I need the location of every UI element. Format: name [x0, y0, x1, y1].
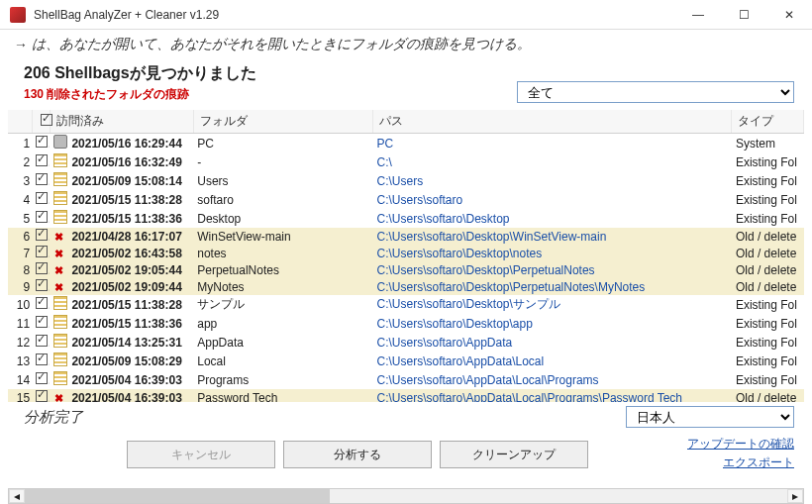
checkbox-icon[interactable] [36, 246, 48, 257]
row-type: System [732, 134, 804, 153]
checkbox-icon[interactable] [36, 335, 48, 347]
table-row[interactable]: 52021/05/15 11:38:36DesktopC:\Users\soft… [8, 209, 804, 228]
row-folder: Programs [193, 370, 372, 389]
check-all-icon[interactable] [41, 114, 52, 126]
row-path: C:\Users\softaro\Desktop\notes [372, 245, 731, 261]
checkbox-icon[interactable] [36, 316, 48, 328]
checkbox-icon[interactable] [36, 192, 48, 204]
row-index: 7 [8, 245, 32, 261]
row-checkbox[interactable] [32, 209, 50, 228]
row-type: Existing Fol [732, 190, 804, 209]
table-row[interactable]: 8✖2021/05/02 19:05:44PerpetualNotesC:\Us… [8, 261, 804, 278]
folder-icon [53, 172, 67, 186]
col-index[interactable] [8, 110, 32, 134]
row-checkbox[interactable] [32, 261, 50, 278]
row-checkbox[interactable] [32, 228, 50, 245]
table-row[interactable]: 32021/05/09 15:08:14UsersC:\UsersExistin… [8, 171, 804, 190]
row-path: C:\Users\softaro\Desktop\app [372, 314, 731, 333]
table-row[interactable]: 122021/05/14 13:25:31AppDataC:\Users\sof… [8, 333, 804, 352]
status-label: 分析完了 [24, 408, 626, 427]
row-path: C:\Users\softaro\Desktop [372, 209, 731, 228]
checkbox-icon[interactable] [36, 372, 48, 384]
checkbox-icon[interactable] [36, 136, 48, 148]
table-body: 12021/05/16 16:29:44PCPCSystem22021/05/1… [8, 134, 804, 403]
row-checkbox[interactable] [32, 333, 50, 352]
row-path: C:\Users\softaro\Desktop\サンプル [372, 295, 731, 314]
maximize-button[interactable]: ☐ [721, 0, 766, 30]
cancel-button[interactable]: キャンセル [127, 441, 275, 468]
row-icon-cell [50, 352, 67, 370]
update-link[interactable]: アップデートの確認 [596, 436, 794, 453]
table-row[interactable]: 7✖2021/05/02 16:43:58notesC:\Users\softa… [8, 245, 804, 261]
row-checkbox[interactable] [32, 134, 50, 153]
row-type: Existing Fol [732, 314, 804, 333]
col-checkbox-all[interactable] [32, 110, 50, 134]
row-date: 2021/05/04 16:39:03 [67, 389, 193, 402]
row-date: 2021/05/02 19:05:44 [67, 261, 193, 278]
checkbox-icon[interactable] [36, 390, 48, 402]
row-checkbox[interactable] [32, 352, 50, 370]
checkbox-icon[interactable] [36, 297, 48, 309]
cleanup-button[interactable]: クリーンアップ [440, 441, 588, 468]
row-folder: - [193, 152, 372, 171]
row-path: C:\Users\softaro\Desktop\PerpetualNotes\… [372, 278, 731, 295]
export-link[interactable]: エクスポート [596, 454, 794, 471]
table-row[interactable]: 142021/05/04 16:39:03ProgramsC:\Users\so… [8, 370, 804, 389]
table-row[interactable]: 12021/05/16 16:29:44PCPCSystem [8, 134, 804, 153]
row-checkbox[interactable] [32, 190, 50, 209]
filter-select[interactable]: 全て [517, 81, 794, 103]
table-row[interactable]: 132021/05/09 15:08:29LocalC:\Users\softa… [8, 352, 804, 370]
row-checkbox[interactable] [32, 314, 50, 333]
row-type: Existing Fol [732, 370, 804, 389]
checkbox-icon[interactable] [36, 262, 48, 274]
checkbox-icon[interactable] [36, 173, 48, 185]
scroll-left-icon[interactable]: ◂ [9, 489, 25, 503]
row-checkbox[interactable] [32, 245, 50, 261]
table-row[interactable]: 42021/05/15 11:38:28softaroC:\Users\soft… [8, 190, 804, 209]
deleted-count: 130 削除されたフォルダの痕跡 [24, 86, 517, 103]
scroll-thumb[interactable] [25, 489, 330, 503]
folder-icon [53, 153, 67, 167]
checkbox-icon[interactable] [36, 353, 48, 365]
row-type: Existing Fol [732, 209, 804, 228]
row-checkbox[interactable] [32, 389, 50, 402]
row-icon-cell [50, 370, 67, 389]
row-path: C:\Users\softaro\Desktop\WinSetView-main [372, 228, 731, 245]
horizontal-scrollbar[interactable]: ◂ ▸ [8, 488, 804, 504]
row-checkbox[interactable] [32, 370, 50, 389]
language-select[interactable]: 日本人 [626, 406, 794, 428]
checkbox-icon[interactable] [36, 279, 48, 291]
table-row[interactable]: 102021/05/15 11:38:28サンプルC:\Users\softar… [8, 295, 804, 314]
row-icon-cell: ✖ [50, 261, 67, 278]
checkbox-icon[interactable] [36, 211, 48, 223]
scroll-track[interactable] [25, 489, 787, 503]
table-row[interactable]: 9✖2021/05/02 19:09:44MyNotesC:\Users\sof… [8, 278, 804, 295]
row-folder: Users [193, 171, 372, 190]
minimize-button[interactable]: ― [675, 0, 721, 30]
col-path[interactable]: パス [372, 110, 731, 134]
row-folder: Password Tech [193, 389, 372, 402]
row-date: 2021/05/15 11:38:36 [67, 209, 193, 228]
table-row[interactable]: 22021/05/16 16:32:49-C:\Existing Fol [8, 152, 804, 171]
pc-icon [53, 135, 67, 149]
col-folder[interactable]: フォルダ [193, 110, 372, 134]
row-icon-cell [50, 190, 67, 209]
row-checkbox[interactable] [32, 152, 50, 171]
row-checkbox[interactable] [32, 295, 50, 314]
row-index: 2 [8, 152, 32, 171]
close-button[interactable]: ✕ [766, 0, 812, 30]
analyze-button[interactable]: 分析する [283, 441, 432, 468]
table-wrap: 訪問済み フォルダ パス タイプ 12021/05/16 16:29:44PCP… [8, 109, 804, 402]
table-row[interactable]: 15✖2021/05/04 16:39:03Password TechC:\Us… [8, 389, 804, 402]
checkbox-icon[interactable] [36, 229, 48, 241]
row-checkbox[interactable] [32, 278, 50, 295]
col-visited[interactable]: 訪問済み [50, 110, 193, 134]
checkbox-icon[interactable] [36, 154, 48, 166]
col-type[interactable]: タイプ [732, 110, 804, 134]
table-row[interactable]: 112021/05/15 11:38:36appC:\Users\softaro… [8, 314, 804, 333]
table-row[interactable]: 6✖2021/04/28 16:17:07WinSetView-mainC:\U… [8, 228, 804, 245]
scroll-right-icon[interactable]: ▸ [787, 489, 803, 503]
summary-row: 206 Shellbagsが見つかりました 130 削除されたフォルダの痕跡 全… [0, 57, 812, 105]
row-checkbox[interactable] [32, 171, 50, 190]
row-icon-cell: ✖ [50, 389, 67, 402]
